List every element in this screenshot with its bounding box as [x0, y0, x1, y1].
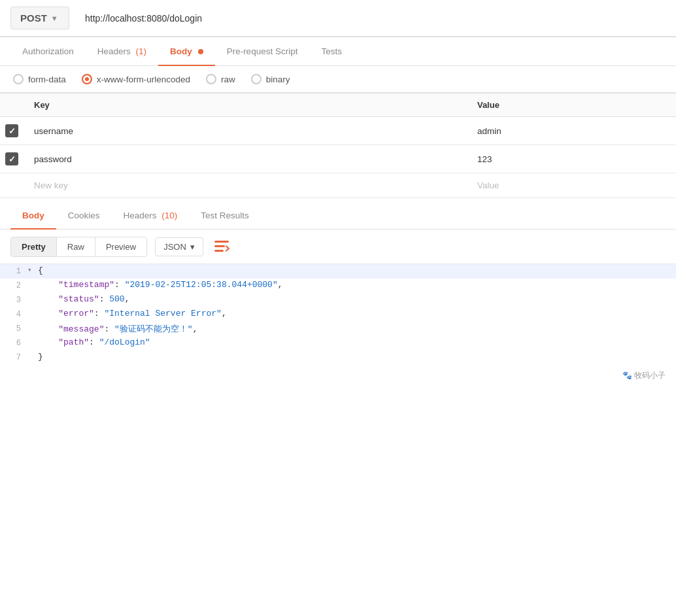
- json-type-label: JSON: [163, 242, 186, 252]
- tab-headers-label: Headers: [97, 46, 131, 56]
- line-num-3: 3: [0, 294, 27, 306]
- json-line-5: 5 "message": "验证码不能为空！",: [0, 322, 676, 336]
- json-line-1: 1 ▾ {: [0, 264, 676, 279]
- line-num-6: 6: [0, 337, 27, 349]
- line-content-4: "error": "Internal Server Error",: [38, 309, 676, 318]
- json-line-2: 2 "timestamp": "2019-02-25T12:05:38.044+…: [0, 279, 676, 293]
- table-row: ✓ password 123: [0, 145, 676, 173]
- svg-rect-1: [214, 245, 225, 247]
- response-tabs: Body Cookies Headers (10) Test Results: [0, 202, 676, 230]
- th-checkbox: [0, 94, 24, 117]
- radio-form-data-circle: [13, 74, 24, 84]
- format-preview-btn[interactable]: Preview: [95, 237, 146, 256]
- line-num-5: 5: [0, 323, 27, 335]
- radio-raw[interactable]: raw: [206, 74, 235, 84]
- response-tab-headers[interactable]: Headers (10): [112, 202, 190, 229]
- response-headers-badge: (10): [161, 211, 177, 220]
- headers-badge: (1): [136, 46, 147, 56]
- request-tabs: Authorization Headers (1) Body Pre-reque…: [0, 37, 676, 66]
- table-row: ✓ username admin: [0, 117, 676, 145]
- tab-prerequest[interactable]: Pre-request Script: [215, 37, 310, 65]
- response-test-results-label: Test Results: [201, 211, 249, 220]
- method-label: POST: [20, 12, 47, 24]
- json-type-select[interactable]: JSON ▾: [155, 237, 203, 256]
- check-icon: ✓: [8, 154, 16, 164]
- new-key-placeholder: New key: [34, 180, 68, 190]
- json-line-6: 6 "path": "/doLogin": [0, 336, 676, 351]
- radio-binary-circle: [251, 74, 262, 84]
- new-key-cell[interactable]: New key: [24, 173, 467, 198]
- json-response-body: 1 ▾ { 2 "timestamp": "2019-02-25T12:05:3…: [0, 264, 676, 365]
- method-chevron: ▼: [51, 14, 58, 22]
- tab-prerequest-label: Pre-request Script: [227, 46, 298, 56]
- new-row-checkbox: [0, 173, 24, 198]
- radio-x-www-label: x-www-form-urlencoded: [97, 75, 190, 84]
- tab-authorization[interactable]: Authorization: [10, 37, 86, 65]
- line-content-5: "message": "验证码不能为空！",: [38, 323, 676, 335]
- body-dot: [198, 49, 203, 54]
- format-raw-btn[interactable]: Raw: [57, 237, 95, 256]
- line-num-2: 2: [0, 280, 27, 292]
- check-icon: ✓: [8, 126, 16, 136]
- body-type-row: form-data x-www-form-urlencoded raw bina…: [0, 66, 676, 93]
- line-num-4: 4: [0, 309, 27, 320]
- response-cookies-label: Cookies: [68, 211, 100, 220]
- json-line-4: 4 "error": "Internal Server Error",: [0, 307, 676, 322]
- format-pretty-btn[interactable]: Pretty: [11, 237, 57, 256]
- line-arrow-1: ▾: [27, 265, 38, 274]
- wrap-icon[interactable]: [211, 236, 232, 257]
- tab-tests[interactable]: Tests: [309, 37, 354, 65]
- radio-form-data-label: form-data: [28, 75, 66, 84]
- new-value-placeholder: Value: [477, 180, 499, 190]
- radio-binary[interactable]: binary: [251, 74, 290, 84]
- url-bar: POST ▼: [0, 0, 676, 37]
- line-content-2: "timestamp": "2019-02-25T12:05:38.044+00…: [38, 280, 676, 290]
- json-chevron-icon: ▾: [190, 242, 195, 252]
- line-content-6: "path": "/doLogin": [38, 337, 676, 347]
- radio-x-www[interactable]: x-www-form-urlencoded: [82, 74, 190, 84]
- row1-checkbox[interactable]: ✓: [5, 124, 18, 137]
- row2-checkbox-cell[interactable]: ✓: [0, 145, 24, 173]
- watermark-text: 🐾 牧码小子: [622, 371, 666, 380]
- svg-rect-0: [214, 241, 229, 243]
- row1-key[interactable]: username: [24, 117, 467, 145]
- new-row: New key Value: [0, 173, 676, 198]
- json-line-3: 3 "status": 500,: [0, 293, 676, 307]
- line-num-1: 1: [0, 265, 27, 277]
- format-btn-group: Pretty Raw Preview: [10, 237, 147, 257]
- row2-checkbox[interactable]: ✓: [5, 152, 18, 165]
- tab-headers[interactable]: Headers (1): [86, 37, 158, 65]
- json-line-7: 7 }: [0, 351, 676, 365]
- th-value: Value: [467, 94, 676, 117]
- response-tab-test-results[interactable]: Test Results: [189, 202, 261, 229]
- line-content-3: "status": 500,: [38, 294, 676, 304]
- url-input[interactable]: [77, 8, 666, 29]
- watermark: 🐾 牧码小子: [0, 365, 676, 386]
- row2-key[interactable]: password: [24, 145, 467, 173]
- response-tab-cookies[interactable]: Cookies: [56, 202, 112, 229]
- response-body-label: Body: [22, 211, 44, 220]
- svg-rect-2: [214, 250, 224, 252]
- radio-x-www-circle: [82, 74, 92, 84]
- line-num-7: 7: [0, 352, 27, 364]
- radio-raw-circle: [206, 74, 216, 84]
- row2-value[interactable]: 123: [467, 145, 676, 173]
- th-key: Key: [24, 94, 467, 117]
- format-row: Pretty Raw Preview JSON ▾: [0, 230, 676, 264]
- kv-table: Key Value ✓ username admin ✓ password 12…: [0, 93, 676, 198]
- radio-binary-label: binary: [266, 75, 290, 84]
- tab-body[interactable]: Body: [158, 37, 215, 65]
- line-content-1: {: [38, 265, 676, 275]
- row1-checkbox-cell[interactable]: ✓: [0, 117, 24, 145]
- tab-tests-label: Tests: [321, 46, 342, 56]
- response-tab-body[interactable]: Body: [10, 202, 56, 229]
- method-button[interactable]: POST ▼: [10, 7, 69, 29]
- tab-authorization-label: Authorization: [22, 46, 74, 56]
- tab-body-label: Body: [170, 46, 192, 56]
- radio-form-data[interactable]: form-data: [13, 74, 66, 84]
- line-content-7: }: [38, 352, 676, 362]
- row1-value[interactable]: admin: [467, 117, 676, 145]
- new-value-cell[interactable]: Value: [467, 173, 676, 198]
- radio-raw-label: raw: [221, 75, 235, 84]
- response-headers-label: Headers: [124, 211, 157, 220]
